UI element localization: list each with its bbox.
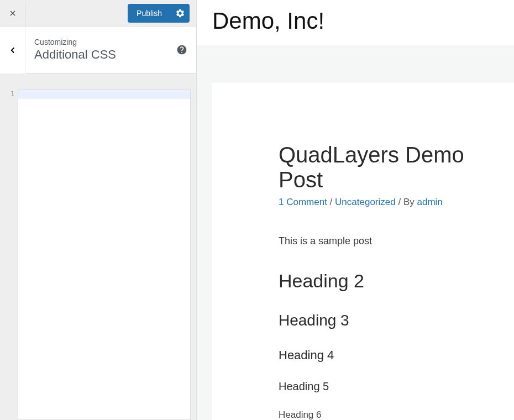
customizer-sidebar: Publish Customizing Additional CSS 1: [0, 0, 197, 420]
publish-button-group: Publish: [128, 4, 190, 23]
heading-5: Heading 5: [279, 380, 492, 393]
css-code-editor[interactable]: [18, 89, 191, 420]
back-button[interactable]: [0, 27, 25, 74]
close-customizer-button[interactable]: [0, 1, 25, 26]
section-header: Customizing Additional CSS: [25, 27, 196, 74]
publish-button[interactable]: Publish: [128, 4, 171, 22]
help-icon: [176, 44, 187, 55]
post-meta: 1 Comment / Uncategorized / By admin: [279, 197, 492, 208]
author-link[interactable]: admin: [417, 197, 442, 207]
post-body-text: This is a sample post: [279, 235, 492, 247]
site-title[interactable]: Demo, Inc!: [212, 8, 499, 34]
category-link[interactable]: Uncategorized: [335, 197, 396, 207]
editor-gutter: 1: [3, 89, 18, 420]
chevron-left-icon: [8, 45, 18, 55]
css-editor-wrap: 1: [0, 74, 196, 420]
line-number: 1: [3, 89, 18, 99]
gear-icon: [175, 8, 185, 18]
meta-separator: /: [398, 197, 401, 207]
publish-settings-button[interactable]: [171, 4, 190, 23]
heading-2: Heading 2: [279, 270, 492, 292]
heading-3: Heading 3: [279, 312, 492, 329]
editor-active-line[interactable]: [18, 90, 190, 99]
section-titles: Customizing Additional CSS: [25, 29, 172, 71]
site-title-bar: Demo, Inc!: [197, 0, 514, 45]
heading-6: Heading 6: [279, 410, 492, 420]
section-name: Additional CSS: [34, 48, 163, 62]
close-icon: [8, 9, 17, 18]
sidebar-topbar: Publish: [0, 0, 196, 27]
help-button[interactable]: [172, 40, 192, 60]
customizing-label: Customizing: [34, 38, 163, 46]
meta-separator: /: [330, 197, 333, 207]
comments-link[interactable]: 1 Comment: [279, 197, 327, 207]
heading-4: Heading 4: [279, 348, 492, 363]
post-content-card: QuadLayers Demo Post 1 Comment / Uncateg…: [212, 83, 514, 420]
post-title[interactable]: QuadLayers Demo Post: [279, 143, 492, 192]
site-preview: Demo, Inc! QuadLayers Demo Post 1 Commen…: [197, 0, 514, 420]
byline-prefix: By: [403, 197, 417, 207]
